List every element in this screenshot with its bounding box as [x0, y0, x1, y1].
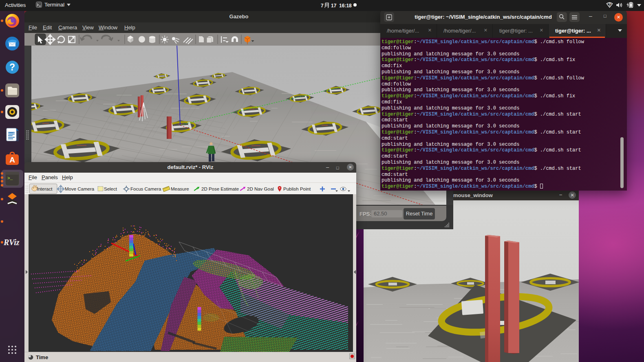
svg-text:Focus Camera: Focus Camera — [130, 186, 161, 191]
svg-text:Measure: Measure — [171, 186, 189, 191]
svg-text:Publish Point: Publish Point — [283, 186, 311, 191]
svg-text:2D Pose Estimate: 2D Pose Estimate — [201, 186, 239, 191]
svg-text:?: ? — [608, 2, 611, 7]
svg-text:Interact: Interact — [37, 186, 53, 191]
svg-text:2D Nav Goal: 2D Nav Goal — [247, 186, 274, 191]
svg-text:A: A — [9, 156, 15, 164]
svg-text:Select: Select — [104, 186, 117, 191]
svg-text:>_: >_ — [7, 176, 13, 181]
svg-text:RViz: RViz — [3, 238, 20, 247]
svg-text:?: ? — [9, 62, 15, 72]
svg-text:Move Camera: Move Camera — [65, 186, 95, 191]
